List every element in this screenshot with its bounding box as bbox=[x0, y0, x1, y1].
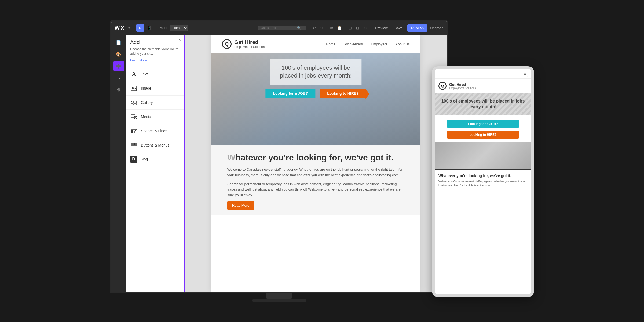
read-more-btn[interactable]: Read More bbox=[227, 201, 254, 210]
site-nav: Home Job Seekers Employers About Us bbox=[326, 42, 410, 46]
close-panel-btn[interactable]: × bbox=[179, 38, 181, 43]
add-panel-items: A Text Image bbox=[126, 65, 185, 168]
add-panel-desc: Choose the elements you'd like to add to… bbox=[130, 47, 180, 56]
add-item-text-label: Text bbox=[141, 72, 148, 76]
sidebar-media-btn[interactable]: 🗂 bbox=[113, 72, 124, 83]
tablet-device: ≡ Q Get Hired Employment Solutions 100's… bbox=[432, 66, 534, 297]
page-selector[interactable]: Home bbox=[170, 25, 188, 31]
image-icon bbox=[130, 85, 138, 92]
svg-rect-12 bbox=[131, 130, 133, 133]
sidebar-add-btn[interactable]: ➕ bbox=[113, 61, 124, 71]
sidebar-settings-btn[interactable]: ⚙ bbox=[113, 84, 124, 95]
mobile-logo-text: Get Hired Employment Solutions bbox=[449, 82, 476, 90]
upgrade-btn[interactable]: Upgrade bbox=[430, 26, 444, 30]
search-icon: 🔍 bbox=[297, 26, 301, 30]
add-item-image-label: Image bbox=[141, 86, 151, 90]
mobile-site-name: Get Hired bbox=[449, 82, 476, 87]
monitor-base bbox=[252, 299, 306, 302]
add-item-media[interactable]: Media bbox=[126, 110, 185, 124]
logo-circle: Q bbox=[222, 39, 232, 49]
svg-rect-5 bbox=[134, 104, 137, 105]
hamburger-btn[interactable]: ≡ bbox=[522, 71, 528, 77]
hero-buttons: Looking for a JOB? Looking to HIRE? bbox=[265, 89, 366, 98]
nav-about[interactable]: About Us bbox=[396, 42, 410, 46]
desktop-device-btn[interactable]: 🖥 bbox=[136, 24, 144, 32]
nav-home[interactable]: Home bbox=[326, 42, 335, 46]
svg-rect-0 bbox=[131, 86, 137, 91]
mobile-hero-section: 100's of employees will be placed in job… bbox=[435, 93, 531, 115]
section-desc2: Search for permanent or temporary jobs i… bbox=[227, 181, 404, 198]
mobile-section-desc: Welcome to Canada's newest staffing agen… bbox=[438, 180, 528, 188]
preview-btn[interactable]: Preview bbox=[373, 25, 390, 31]
add-item-buttons[interactable]: Buttons & Menus bbox=[126, 138, 185, 152]
copy-btn[interactable]: ⧉ bbox=[329, 25, 334, 31]
section-desc1: Welcome to Canada's newest staffing agen… bbox=[227, 167, 404, 178]
mobile-section: Whatever you're looking for, we've got i… bbox=[435, 169, 531, 191]
mobile-hire-btn[interactable]: Looking to HIRE? bbox=[447, 131, 519, 139]
divider3 bbox=[370, 25, 370, 31]
add-item-buttons-label: Buttons & Menus bbox=[141, 143, 170, 147]
add-item-image[interactable]: Image bbox=[126, 81, 185, 96]
site-header: Q Get Hired Employment Solutions Home Jo… bbox=[211, 35, 420, 53]
mobile-section-title: Whatever you're looking for, we've got i… bbox=[438, 174, 528, 178]
mobile-hero-text: 100's of employees will be placed in job… bbox=[438, 98, 528, 110]
mobile-job-btn[interactable]: Looking for a JOB? bbox=[447, 120, 519, 128]
grid-btn[interactable]: ⊞ bbox=[347, 25, 353, 31]
add-item-text[interactable]: A Text bbox=[126, 67, 185, 81]
add-panel-title: Add bbox=[130, 39, 180, 45]
whatever-section: Whatever you're looking for, we've got i… bbox=[211, 145, 420, 215]
mobile-top-bar: ≡ bbox=[435, 69, 531, 79]
page-label: Page: bbox=[159, 26, 167, 30]
quick-find-bar[interactable]: 🔍 bbox=[258, 26, 306, 30]
mobile-device-btn[interactable]: 📱 bbox=[145, 24, 153, 32]
editor-window: WiX ▼ 🖥 📱 Page: Home 🔍 ↩ bbox=[110, 20, 448, 293]
redo-btn[interactable]: ↪ bbox=[319, 25, 325, 31]
toolbar-actions: ↩ ↪ ⧉ 📋 ⊞ ⊟ ⊕ bbox=[312, 25, 370, 31]
mobile-cta-area: Looking for a JOB? Looking to HIRE? bbox=[435, 115, 531, 142]
paste-btn[interactable]: 📋 bbox=[336, 25, 343, 31]
nav-jobseekers[interactable]: Job Seekers bbox=[343, 42, 363, 46]
job-btn[interactable]: Looking for a JOB? bbox=[265, 89, 315, 98]
save-btn[interactable]: Save bbox=[393, 25, 405, 31]
section-title: Whatever you're looking for, we've got i… bbox=[227, 153, 404, 163]
wix-logo: WiX bbox=[115, 25, 124, 31]
quick-find-input[interactable] bbox=[261, 26, 295, 30]
align-btn[interactable]: ⊟ bbox=[355, 25, 360, 31]
hamburger-icon: ≡ bbox=[524, 72, 526, 76]
add-panel: × Add Choose the elements you'd like to … bbox=[126, 35, 185, 292]
logo-caret: ▼ bbox=[128, 26, 131, 30]
hero-section: 100's of employees will be placed in job… bbox=[211, 53, 420, 145]
add-item-gallery[interactable]: Gallery bbox=[126, 96, 185, 110]
buttons-icon bbox=[130, 141, 138, 149]
editor-body: 📄 🎨 ➕ 🗂 ⚙ × Add Choose the elements you'… bbox=[111, 35, 447, 292]
mobile-image-area bbox=[435, 142, 531, 169]
site-tagline: Employment Solutions bbox=[234, 45, 266, 49]
mobile-logo-circle: Q bbox=[438, 82, 447, 90]
monitor-stand bbox=[266, 293, 292, 299]
shapes-icon bbox=[130, 127, 138, 135]
device-switcher: 🖥 📱 bbox=[136, 24, 153, 32]
svg-rect-15 bbox=[131, 143, 137, 145]
hero-content: 100's of employees will be placed in job… bbox=[265, 59, 366, 98]
svg-rect-3 bbox=[134, 101, 137, 103]
add-item-blog[interactable]: B Blog bbox=[126, 152, 185, 166]
nav-employers[interactable]: Employers bbox=[371, 42, 387, 46]
hero-text-box: 100's of employees will be placed in job… bbox=[270, 59, 361, 85]
sidebar-design-btn[interactable]: 🎨 bbox=[113, 49, 124, 60]
undo-btn[interactable]: ↩ bbox=[312, 25, 317, 31]
hire-btn[interactable]: Looking to HIRE? bbox=[320, 89, 366, 98]
text-icon: A bbox=[130, 70, 138, 78]
add-item-gallery-label: Gallery bbox=[141, 100, 153, 105]
tablet-wrapper: ≡ Q Get Hired Employment Solutions 100's… bbox=[432, 66, 534, 297]
add-panel-header: × Add Choose the elements you'd like to … bbox=[126, 35, 185, 65]
position-btn[interactable]: ⊕ bbox=[363, 25, 368, 31]
gallery-icon bbox=[130, 99, 138, 106]
sidebar-pages-btn[interactable]: 📄 bbox=[113, 37, 124, 48]
publish-btn[interactable]: Publish bbox=[407, 24, 427, 32]
mobile-logo-area: Q Get Hired Employment Solutions bbox=[435, 79, 531, 93]
add-item-shapes-label: Shapes & Lines bbox=[141, 129, 167, 133]
canvas: Q Get Hired Employment Solutions Home Jo… bbox=[185, 35, 447, 292]
site-logo-text: Get Hired Employment Solutions bbox=[234, 39, 266, 49]
learn-more-link[interactable]: Learn More bbox=[130, 58, 147, 62]
add-item-shapes[interactable]: Shapes & Lines bbox=[126, 124, 185, 138]
